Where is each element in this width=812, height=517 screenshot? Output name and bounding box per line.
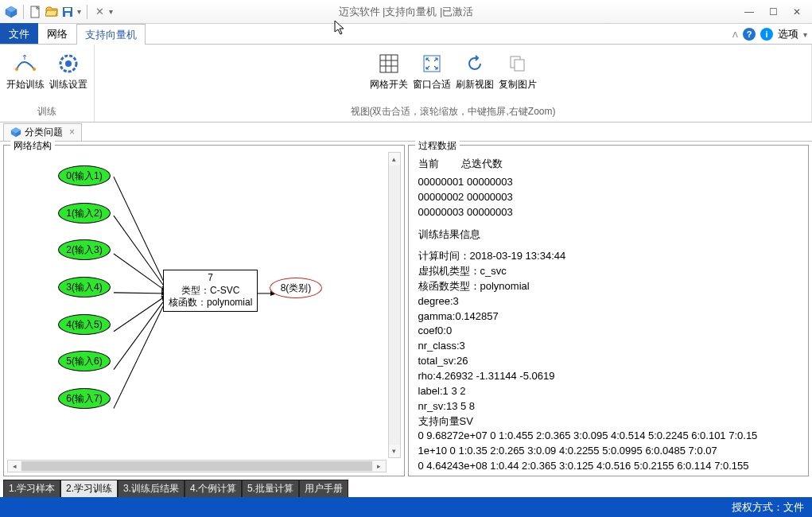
bottom-tab-5[interactable]: 5.批量计算 <box>242 480 299 497</box>
start-train-button[interactable]: 开始训练 <box>6 48 45 103</box>
process-data-panel: 过程数据 当前总迭代数 00000001 00000003 00000002 0… <box>408 145 810 476</box>
input-node-3[interactable]: 3(输入4) <box>58 277 111 297</box>
app-cube-icon <box>5 6 17 18</box>
center-node[interactable]: 7 类型：C-SVC 核函数：polynomial <box>163 270 258 312</box>
svg-point-9 <box>33 68 36 71</box>
bottom-tabs: 1.学习样本 2.学习训练 3.训练后结果 4.个例计算 5.批量计算 用户手册 <box>0 480 812 497</box>
tab-network[interactable]: 网络 <box>38 23 76 44</box>
fit-window-icon <box>419 51 445 76</box>
svg-line-23 <box>114 177 167 288</box>
bottom-tab-2[interactable]: 2.学习训练 <box>60 480 118 497</box>
svg-rect-19 <box>515 60 524 71</box>
tab-file[interactable]: 文件 <box>0 23 38 44</box>
doc-tab-close-icon[interactable]: × <box>69 126 75 138</box>
footer-text: 授权方式：文件 <box>732 500 804 515</box>
minimize-button[interactable]: — <box>737 3 761 21</box>
document-tab-row: 分类问题 × <box>0 122 812 142</box>
refresh-view-button[interactable]: 刷新视图 <box>456 48 494 103</box>
process-output: 当前总迭代数 00000001 00000003 00000002 000000… <box>412 152 806 476</box>
svg-line-29 <box>114 298 167 408</box>
input-node-2[interactable]: 2(输入3) <box>58 239 111 260</box>
output-node[interactable]: 8(类别) <box>270 278 322 298</box>
svg-line-24 <box>114 216 167 290</box>
close-button[interactable]: ✕ <box>785 3 809 21</box>
document-tab[interactable]: 分类问题 × <box>3 123 82 141</box>
train-group-label: 训练 <box>37 103 56 120</box>
fit-window-button[interactable]: 窗口合适 <box>413 48 451 103</box>
options-label[interactable]: 选项 <box>778 27 798 41</box>
open-folder-icon[interactable] <box>45 6 58 18</box>
vertical-scrollbar[interactable]: ▴ ▾ <box>388 152 401 458</box>
svg-line-28 <box>114 297 167 370</box>
doc-tab-label: 分类问题 <box>25 126 63 139</box>
new-doc-icon[interactable] <box>29 6 42 18</box>
bottom-tab-4[interactable]: 4.个例计算 <box>185 480 242 497</box>
ribbon: 开始训练 训练设置 训练 网格开关 窗口合适 刷新视图 <box>0 45 812 122</box>
refresh-icon <box>462 51 488 76</box>
tools-icon[interactable]: ✕ <box>93 6 106 18</box>
grid-toggle-button[interactable]: 网格开关 <box>370 48 408 103</box>
network-canvas[interactable]: 0(输入1) 1(输入2) 2(输入3) 3(输入4) 4(输入5) 5(输入6… <box>7 152 401 458</box>
svg-point-8 <box>15 68 18 71</box>
copy-image-button[interactable]: 复制图片 <box>499 48 537 103</box>
info-icon[interactable]: i <box>760 28 773 41</box>
input-node-4[interactable]: 4(输入5) <box>58 314 111 335</box>
svg-line-25 <box>114 254 167 292</box>
view-group-label: 视图(双击合适，滚轮缩放，中键拖屏,右键Zoom) <box>351 103 556 120</box>
input-node-6[interactable]: 6(输入7) <box>58 388 111 409</box>
help-icon[interactable]: ? <box>743 28 756 41</box>
ribbon-collapse-icon[interactable]: ᐱ <box>732 30 738 39</box>
svg-rect-6 <box>64 8 71 11</box>
menu-tabs: 文件 网络 支持向量机 ᐱ ? i 选项 ▾ <box>0 24 812 45</box>
svg-point-11 <box>65 60 72 67</box>
grid-icon <box>376 51 402 76</box>
save-icon[interactable] <box>61 6 74 18</box>
input-node-0[interactable]: 0(输入1) <box>58 165 111 186</box>
window-title: 迈实软件 |支持向量机 |已激活 <box>339 5 474 19</box>
svg-rect-12 <box>380 55 398 72</box>
bottom-tab-1[interactable]: 1.学习样本 <box>3 480 60 497</box>
options-more-icon[interactable]: ▾ <box>803 30 807 39</box>
horizontal-scrollbar[interactable]: ◂▸ <box>7 460 387 472</box>
gear-icon <box>56 51 81 76</box>
input-node-5[interactable]: 5(输入6) <box>58 351 111 371</box>
bottom-tab-3[interactable]: 3.训练后结果 <box>118 480 185 497</box>
input-node-1[interactable]: 1(输入2) <box>58 203 111 224</box>
doc-cube-icon <box>10 126 21 138</box>
main-content: 网络结构 0(输入1) 1(输入2) 2(输入3) 3(输入4) <box>0 142 812 480</box>
svg-rect-7 <box>65 13 70 17</box>
qat-more-icon[interactable]: ▾ <box>77 7 81 16</box>
tools-more-icon[interactable]: ▾ <box>109 7 113 16</box>
titlebar: ▾ ✕ ▾ 迈实软件 |支持向量机 |已激活 — ☐ ✕ <box>0 0 812 24</box>
tab-svm[interactable]: 支持向量机 <box>76 24 146 45</box>
start-train-icon <box>13 51 38 76</box>
bottom-tab-6[interactable]: 用户手册 <box>299 480 348 497</box>
status-bar: 授权方式：文件 <box>0 497 812 517</box>
train-settings-button[interactable]: 训练设置 <box>49 48 87 103</box>
svg-line-27 <box>114 295 167 332</box>
svg-line-26 <box>114 293 167 293</box>
copy-image-icon <box>505 51 530 76</box>
maximize-button[interactable]: ☐ <box>761 3 785 21</box>
network-structure-panel: 网络结构 0(输入1) 1(输入2) 2(输入3) 3(输入4) <box>3 145 405 476</box>
